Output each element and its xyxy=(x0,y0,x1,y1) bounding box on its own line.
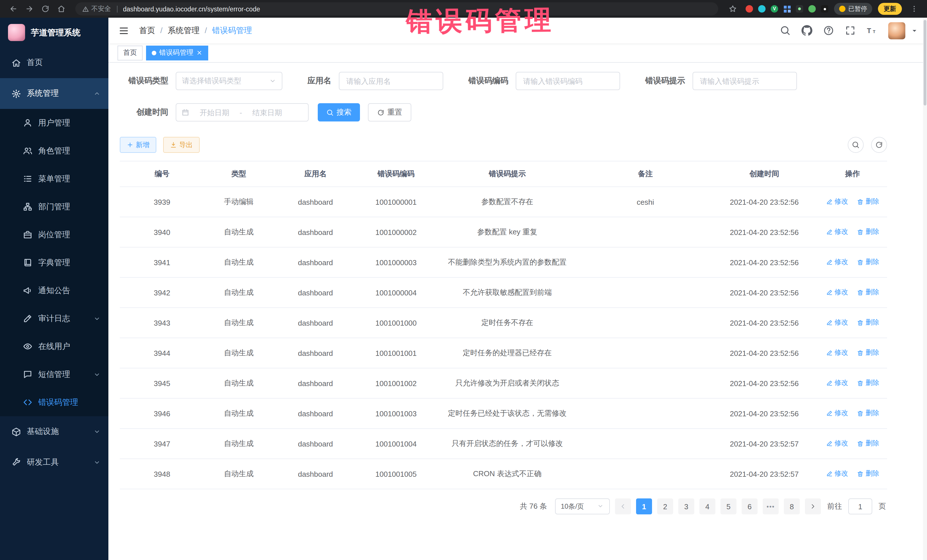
delete-link[interactable]: 删除 xyxy=(857,408,879,418)
delete-link[interactable]: 删除 xyxy=(857,197,879,207)
search-icon[interactable] xyxy=(780,25,791,36)
delete-link[interactable]: 删除 xyxy=(857,469,879,479)
sidebar-item[interactable]: 部门管理 xyxy=(0,193,108,221)
page-button[interactable]: 1 xyxy=(636,498,652,514)
svg-text:T: T xyxy=(873,29,875,34)
edit-link[interactable]: 修改 xyxy=(826,348,848,358)
sidebar-item[interactable]: 首页 xyxy=(0,47,108,78)
page-button[interactable]: 5 xyxy=(720,498,737,514)
back-icon[interactable] xyxy=(6,2,21,16)
fullscreen-icon[interactable] xyxy=(845,25,856,36)
search-button[interactable]: 搜索 xyxy=(318,103,360,121)
add-button[interactable]: 新增 xyxy=(120,137,156,153)
font-size-icon[interactable]: TT xyxy=(866,25,877,36)
extension-icon[interactable] xyxy=(783,5,791,12)
page-button[interactable]: 3 xyxy=(678,498,694,514)
refresh-table-button[interactable] xyxy=(871,137,887,153)
sidebar-item[interactable]: 在线用户 xyxy=(0,332,108,360)
breadcrumb-item[interactable]: 错误码管理 xyxy=(200,25,252,36)
extension-icon[interactable] xyxy=(746,5,753,12)
page-size-select[interactable]: 10条/页 xyxy=(555,498,610,514)
app-logo[interactable]: 芋道管理系统 xyxy=(0,18,108,47)
github-icon[interactable] xyxy=(801,25,812,36)
edit-link[interactable]: 修改 xyxy=(826,258,848,267)
extension-icon[interactable] xyxy=(758,5,766,12)
sidebar-item[interactable]: 用户管理 xyxy=(0,109,108,137)
error-type-select[interactable]: 请选择错误码类型 xyxy=(176,72,283,90)
tab[interactable]: 错误码管理 xyxy=(146,46,208,60)
end-date-input[interactable] xyxy=(245,108,290,117)
tab-dot-icon xyxy=(152,50,156,55)
close-icon[interactable] xyxy=(196,50,202,56)
sidebar-item[interactable]: 基础设施 xyxy=(0,416,108,447)
page-button[interactable]: 4 xyxy=(699,498,715,514)
edit-link[interactable]: 修改 xyxy=(826,439,848,449)
delete-link[interactable]: 删除 xyxy=(857,348,879,358)
delete-link[interactable]: 删除 xyxy=(857,439,879,449)
book-icon xyxy=(23,258,32,267)
sidebar-item[interactable]: 岗位管理 xyxy=(0,221,108,249)
extension-icon[interactable] xyxy=(808,5,816,12)
scrollbar[interactable] xyxy=(923,18,927,560)
page-button[interactable]: 6 xyxy=(742,498,758,514)
table-row: 3942 自动生成 dashboard 1001000004 不允许获取敏感配置… xyxy=(120,278,887,308)
help-icon[interactable] xyxy=(823,25,834,36)
export-button[interactable]: 导出 xyxy=(163,137,200,153)
goto-page-input[interactable] xyxy=(848,498,872,514)
tab[interactable]: 首页 xyxy=(117,46,143,60)
address-bar[interactable]: 不安全 dashboard.yudao.iocoder.cn/system/er… xyxy=(75,2,718,15)
sidebar-item[interactable]: 系统管理 xyxy=(0,78,108,109)
sidebar-item[interactable]: 研发工具 xyxy=(0,447,108,478)
reload-icon[interactable] xyxy=(38,2,53,16)
total-count: 共 76 条 xyxy=(520,501,547,511)
edit-link[interactable]: 修改 xyxy=(826,469,848,479)
page-button[interactable]: 2 xyxy=(657,498,673,514)
sidebar-item[interactable]: 字典管理 xyxy=(0,249,108,276)
edit-link[interactable]: 修改 xyxy=(826,288,848,297)
edit-link[interactable]: 修改 xyxy=(826,227,848,237)
delete-link[interactable]: 删除 xyxy=(857,227,879,237)
home-nav-icon[interactable] xyxy=(54,2,68,16)
error-code-input[interactable] xyxy=(516,72,620,90)
sidebar-item[interactable]: 通知公告 xyxy=(0,276,108,305)
delete-link[interactable]: 删除 xyxy=(857,378,879,388)
sidebar-item[interactable]: 短信管理 xyxy=(0,360,108,389)
sidebar-item[interactable]: 菜单管理 xyxy=(0,165,108,193)
paused-badge[interactable]: 已暂停 xyxy=(834,3,872,15)
breadcrumb-item[interactable]: 首页 xyxy=(139,25,155,36)
scrollbar-thumb[interactable] xyxy=(924,20,926,106)
sidebar-item[interactable]: 角色管理 xyxy=(0,137,108,165)
extension-icon[interactable] xyxy=(796,5,803,12)
sidebar-item[interactable]: 审计日志 xyxy=(0,305,108,332)
gear-icon xyxy=(11,89,21,99)
prev-page-button[interactable] xyxy=(615,498,631,514)
edit-link[interactable]: 修改 xyxy=(826,378,848,388)
error-message-input[interactable] xyxy=(693,72,797,90)
page-button[interactable]: ••• xyxy=(763,498,779,514)
breadcrumb-item[interactable]: 系统管理 xyxy=(155,25,200,36)
edit-link[interactable]: 修改 xyxy=(826,318,848,328)
browser-update-button[interactable]: 更新 xyxy=(878,3,902,15)
edit-link[interactable]: 修改 xyxy=(826,197,848,207)
extension-icon[interactable] xyxy=(821,5,828,12)
edit-link[interactable]: 修改 xyxy=(826,408,848,418)
sidebar-item[interactable]: 错误码管理 xyxy=(0,389,108,416)
delete-link[interactable]: 删除 xyxy=(857,258,879,267)
bookmark-star-icon[interactable] xyxy=(725,2,740,16)
page-button[interactable]: 8 xyxy=(784,498,800,514)
delete-link[interactable]: 删除 xyxy=(857,318,879,328)
user-avatar[interactable] xyxy=(888,22,905,39)
date-range-picker[interactable]: - xyxy=(176,103,308,121)
caret-down-icon[interactable] xyxy=(911,27,918,34)
reset-button[interactable]: 重置 xyxy=(368,103,411,121)
hamburger-icon[interactable] xyxy=(117,24,130,37)
security-warning[interactable]: 不安全 xyxy=(82,5,111,13)
forward-icon[interactable] xyxy=(22,2,36,16)
app-name-input[interactable] xyxy=(339,72,443,90)
extension-icon[interactable]: V xyxy=(771,5,778,12)
start-date-input[interactable] xyxy=(191,108,237,117)
show-search-button[interactable] xyxy=(848,137,864,153)
next-page-button[interactable] xyxy=(805,498,821,514)
delete-link[interactable]: 删除 xyxy=(857,288,879,297)
browser-menu-icon[interactable] xyxy=(906,2,921,16)
